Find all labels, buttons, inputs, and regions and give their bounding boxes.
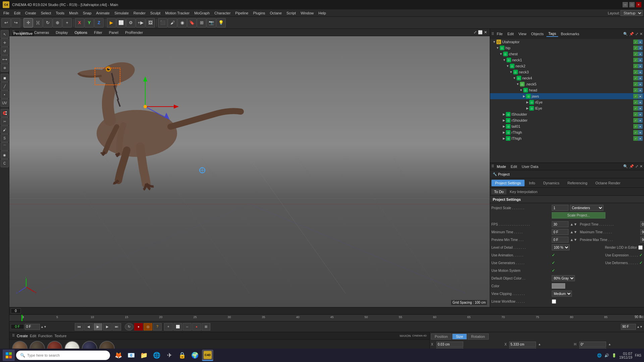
max-time-input[interactable] [640,229,644,235]
scale-project-button[interactable]: Scale Project... [552,212,605,219]
use-motion-check[interactable]: ✓ [552,268,555,273]
attr-pin-icon[interactable]: 📌 [629,164,634,169]
picture-viewer-btn[interactable]: 🖼 [146,18,155,27]
obj-tool[interactable]: + [62,18,72,27]
tab-info[interactable]: Info [525,180,539,186]
obj-close-icon[interactable]: ✕ [640,32,643,36]
fps-up-arrow[interactable]: ▲ [570,222,574,226]
tab-referencing[interactable]: Referencing [564,180,591,186]
menu-simulate[interactable]: Simulate [112,10,131,16]
menu-script[interactable]: Script [284,10,298,16]
lt-move[interactable]: ✛ [1,39,9,47]
redo-button[interactable]: ↪ [11,18,20,27]
menu-plugins[interactable]: Plugins [251,10,267,16]
vp-cameras-tab[interactable]: Cameras [32,30,51,35]
project-time-input[interactable] [640,221,644,227]
default-obj-color-select[interactable]: 80% Gray [552,275,575,281]
use-expression-check[interactable]: ✓ [639,253,643,257]
scale-tool[interactable]: ⟩⟨ [33,18,43,27]
timeline-ruler[interactable]: 0 5 10 15 20 25 30 35 40 45 50 55 60 65 [9,315,644,321]
material-btn[interactable]: ◉ [177,18,187,27]
current-frame-field[interactable]: 0 F [11,324,24,329]
obj-tab-edit[interactable]: Edit [505,31,516,37]
transform-tab-position[interactable]: Position [431,334,451,340]
key-btn[interactable]: ? [153,323,162,330]
auto-key-btn[interactable]: ◎ [144,323,152,330]
prevmin-up[interactable]: ▲ [570,238,574,242]
lt-polygon[interactable]: ◼ [1,74,9,82]
menu-window[interactable]: Window [299,10,316,16]
taskbar-browser2[interactable]: 🌍 [189,350,201,361]
viewport[interactable]: ⠿ View Cameras Display Options Filter Pa… [9,29,490,307]
lt-scale[interactable]: ⟷ [1,55,9,63]
key-selection-btn[interactable]: ⬜ [173,323,182,330]
tab-dynamics[interactable]: Dynamics [539,180,563,186]
taskbar-security[interactable]: 🔒 [176,350,188,361]
prevmin-down[interactable]: ▼ [574,238,577,242]
minimize-button[interactable]: ─ [623,2,628,7]
taskbar-edge[interactable]: 🌐 [151,350,162,361]
play-forward[interactable]: ▶ [94,323,102,330]
tab-octane-render[interactable]: Octane Render [592,180,624,186]
subtab-key-interpolation[interactable]: Key Interpolation [507,189,540,194]
attr-search-icon[interactable]: 🔍 [623,164,628,169]
obj-chest[interactable]: ▼ ◎ chest ✓ ● [490,51,644,57]
linear-workflow-checkbox[interactable] [552,299,556,304]
vp-filter-tab[interactable]: Filter [92,30,104,35]
layout-select[interactable]: Startup [621,10,643,16]
go-first-frame[interactable]: ⏮ [75,323,84,330]
menu-animate[interactable]: Animate [94,10,112,16]
attr-edit-tab[interactable]: Edit [509,164,519,169]
obj-tab-objects[interactable]: Objects [529,31,545,37]
close-button[interactable]: ✕ [636,2,641,7]
mat-create-tab[interactable]: Create [17,334,28,338]
h-input[interactable] [579,342,606,347]
menu-select[interactable]: Select [39,10,53,16]
cube-btn[interactable]: ⬛ [158,18,167,27]
rotate-tool[interactable]: ↻ [43,18,52,27]
lt-uv[interactable]: UV [1,99,9,107]
window-controls[interactable]: ─ □ ✕ [623,2,641,7]
prev-frame[interactable]: ◀ [84,323,93,330]
vp-prorender-tab[interactable]: ProRender [123,30,145,35]
attr-userdata-tab[interactable]: User Data [520,164,541,169]
fps-down-arrow[interactable]: ▼ [574,222,577,226]
x-axis-btn[interactable]: X [75,18,84,27]
obj-neck3[interactable]: ▼ ◎ neck3 ✓ ● [490,69,644,75]
taskbar-firefox[interactable]: 🦊 [113,350,124,361]
attr-close-icon[interactable]: ✕ [640,164,643,169]
project-scale-input[interactable] [552,205,569,211]
obj-neck1[interactable]: ▼ ◎ neck1 ✓ ● [490,57,644,63]
obj-rthigh[interactable]: ▶ ◎ rThigh ✓ ● [490,129,644,135]
preview-max-input[interactable] [640,237,644,243]
obj-lthigh[interactable]: ▶ ◎ lThigh ✓ ● [490,135,644,141]
select-tool[interactable]: ⊕ [53,18,62,27]
lt-material[interactable]: ◉ [1,151,9,159]
taskbar-email[interactable]: 📧 [125,350,137,361]
lod-select[interactable]: 100 % [552,244,570,250]
y-axis-btn[interactable]: Y [85,18,94,27]
use-animation-check[interactable]: ✓ [552,253,555,257]
menu-create[interactable]: Create [23,10,38,16]
transform-tab-size[interactable]: Size [452,334,467,340]
menu-character[interactable]: Character [212,10,232,16]
z-axis-btn[interactable]: Z [94,18,104,27]
sx-up[interactable]: ▲ [538,343,541,346]
obj-pin-icon[interactable]: 📌 [629,32,634,36]
mintime-up[interactable]: ▲ [570,230,574,234]
render-region-btn[interactable]: ⬜ [116,18,126,27]
taskbar-cinema4d[interactable]: C4D [202,350,213,361]
obj-expand-icon[interactable]: ⤢ [635,32,638,36]
attr-mode-tab[interactable]: Mode [495,164,508,169]
obj-leye[interactable]: ▶ ◎ lEye ✓ ● [490,105,644,111]
fps-input[interactable] [552,221,569,227]
tab-project-settings[interactable]: Project Settings [491,180,525,186]
frame-up[interactable]: ▲ [41,325,44,328]
mat-function-tab[interactable]: Function [38,334,52,338]
key-move-btn[interactable]: ↔ [183,323,192,330]
menu-snap[interactable]: Snap [81,10,94,16]
obj-tab-file[interactable]: File [495,31,505,37]
go-last-frame[interactable]: ⏭ [112,323,121,330]
vp-close-icon[interactable]: ✕ [484,30,487,35]
view-clipping-select[interactable]: Medium Small Large [552,291,572,297]
